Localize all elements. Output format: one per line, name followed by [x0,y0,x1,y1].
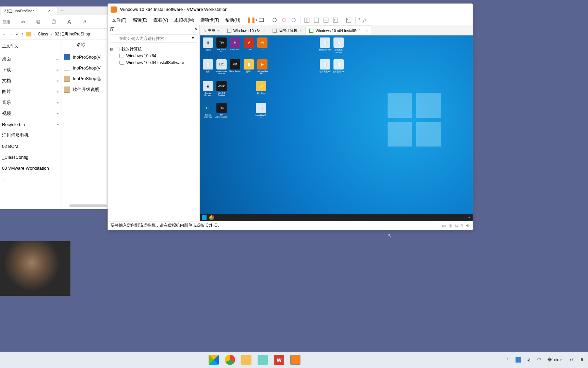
close-icon[interactable]: × [366,28,368,33]
cut-icon[interactable]: ✂︎ [21,19,26,25]
tab-mycomputer[interactable]: 我的计算机× [269,26,306,35]
desktop-icon-chrome[interactable]: ◉Google Chrome [202,81,214,96]
sidebar-item-desktop[interactable]: 桌面📌︎ [0,53,62,64]
device-hdd-icon[interactable]: ▭ [442,223,446,228]
sidebar-item-pictures[interactable]: 图片📌︎ [0,86,62,97]
chevron-down-icon[interactable]: ⌄ [16,32,18,36]
desktop-icon[interactable]: TIATIA Administrator [215,103,228,118]
close-icon[interactable]: × [217,28,220,33]
fit-guest-icon[interactable] [344,16,353,25]
menu-file[interactable]: 文件(F) [109,16,129,25]
collapse-icon[interactable]: ⊟ [110,47,113,51]
sidebar-item-videos[interactable]: 视频📌︎ [0,108,62,119]
layout-tile-icon[interactable] [312,16,321,25]
send-ctrl-alt-del-icon[interactable] [257,16,266,25]
tree-item-vm[interactable]: Windows 10 x64 InstallSoftware [110,59,197,66]
forward-icon[interactable]: → [9,32,13,36]
ime-indicator[interactable]: 中 [537,357,541,363]
desktop-icon-recyclebin[interactable]: 🗑︎回收站 [202,37,214,52]
up-icon[interactable]: ↑ [21,32,23,36]
desktop-icon[interactable]: 📄LabVIEW 中文 [255,103,267,120]
file-row[interactable]: InoProShop电 [62,73,108,84]
desktop-icon[interactable]: 📄控件 [202,59,214,74]
menu-vm[interactable]: 虚拟机(M) [172,16,197,25]
device-cd-icon[interactable]: ◎ [448,223,452,228]
tab-vm[interactable]: Windows 10 x64× [224,26,269,35]
volume-icon[interactable]: 🔊︎ [570,357,574,362]
battery-icon[interactable]: 🔋︎ [580,357,584,362]
paste-icon[interactable]: 📋︎ [51,19,56,25]
desktop-icon[interactable]: LICAutomation License [215,59,228,74]
device-printer-icon[interactable]: ⎙ [461,223,463,228]
mic-icon[interactable]: 🎤︎ [527,357,531,362]
guest-desktop[interactable]: 🗑︎回收站 TIATIA Portal V15 MMagicSoft... ⚡G… [200,35,473,221]
chrome-icon[interactable] [225,355,235,365]
sidebar-item[interactable]: _ClassConfig [0,152,62,163]
start-button[interactable] [202,215,207,220]
wifi-icon[interactable]: �froidᯤ [548,357,564,362]
chevron-down-icon[interactable]: ▼ [191,36,195,40]
sidebar-item[interactable]: 02 BOM [0,141,62,152]
file-row[interactable]: InoProShop(V [62,62,108,73]
vmware-taskbar-icon[interactable] [290,355,300,365]
desktop-icon[interactable]: 📄系统设置 deploy [332,37,345,53]
desktop-icon[interactable]: 📄软件安装 bat [332,59,345,73]
desktop-icon[interactable]: VIVI [256,37,268,52]
tree-item-vm[interactable]: Windows 10 x64 [110,52,197,59]
close-icon[interactable]: × [263,28,265,33]
desktop-icon[interactable]: 📄密码1 [243,59,255,74]
sidebar-item-music[interactable]: 音乐📌︎ [0,97,62,108]
share-icon[interactable]: ↗ [82,19,86,25]
file-row[interactable]: InoProShop(V [62,51,108,62]
app-icon[interactable] [258,355,268,365]
desktop-icon[interactable]: WinCWinCC Runtime [215,81,228,96]
guest-taskbar[interactable]: ＾ [200,214,473,221]
explorer-icon[interactable] [241,355,251,365]
breadcrumb-segment[interactable]: Class [38,32,48,36]
copy-icon[interactable]: ⧉ [36,19,40,25]
desktop-icon[interactable]: ETEtCap engineer [202,103,214,118]
chrome-taskbar-icon[interactable] [209,215,214,220]
file-row[interactable]: 软件升级说明 [62,84,108,95]
desktop-icon[interactable]: 📄软件安装 txt [319,59,331,73]
device-sound-icon[interactable]: 🔊︎ [466,223,470,228]
snapshot-take-icon[interactable] [270,16,279,25]
close-icon[interactable]: × [299,28,302,33]
console-icon[interactable] [331,16,340,25]
sidebar-item-recyclebin[interactable]: Recycle bin📌︎ [0,119,62,130]
device-net-icon[interactable]: ↹ [455,223,458,228]
close-icon[interactable]: × [48,9,50,13]
wps-icon[interactable]: W [274,355,284,365]
desktop-icon[interactable]: MMagicSoft... [229,37,241,52]
tree-root[interactable]: ⊟ 我的计算机 [110,46,197,52]
menu-edit[interactable]: 编辑(E) [130,16,150,25]
breadcrumb-segment[interactable]: 02 汇川InoProShop [55,31,90,37]
sidebar-item[interactable]: 00 VMware Workstation [0,163,62,173]
tray-overflow-icon[interactable]: ＾ [505,357,509,363]
sidebar-item-documents[interactable]: 文档📌︎ [0,75,62,86]
back-icon[interactable]: ← [2,32,6,36]
start-button[interactable] [209,355,219,365]
snapshot-manager-icon[interactable] [289,16,298,25]
menu-help[interactable]: 帮助(H) [223,16,243,25]
desktop-icon[interactable]: TIATIA Portal V15 [215,37,228,52]
unity-icon[interactable] [322,16,330,25]
menu-view[interactable]: 查看(V) [151,16,171,25]
tab-home[interactable]: ⌂主页× [200,26,224,35]
sidebar-item-downloads[interactable]: 下载📌︎ [0,64,62,75]
desktop-icon[interactable]: ▶NI LabVIEW 2021 [256,59,268,74]
tray-app-icon[interactable] [516,357,521,363]
close-icon[interactable]: × [195,27,197,32]
desktop-icon[interactable]: ⚡GT-Ln [243,37,255,52]
layout-single-icon[interactable] [303,16,311,25]
vm-guest-display[interactable]: 🗑︎回收站 TIATIA Portal V15 MMagicSoft... ⚡G… [200,35,473,221]
new-button[interactable]: 新建 [3,19,10,25]
new-tab-button[interactable]: + [57,8,67,14]
library-search-input[interactable] [110,34,197,43]
sidebar-item[interactable]: 汇川伺服电机 [0,130,62,141]
tab-vm-active[interactable]: Windows 10 x64 InstallSoft...× [306,26,372,35]
fullscreen-icon[interactable]: ▾ [358,16,366,25]
sidebar-item-expand[interactable]: ⌄ [0,173,62,184]
desktop-icon[interactable]: 📄软件安装 bat [319,37,331,53]
explorer-tab[interactable]: 2 汇川InoProShop × [1,7,57,15]
